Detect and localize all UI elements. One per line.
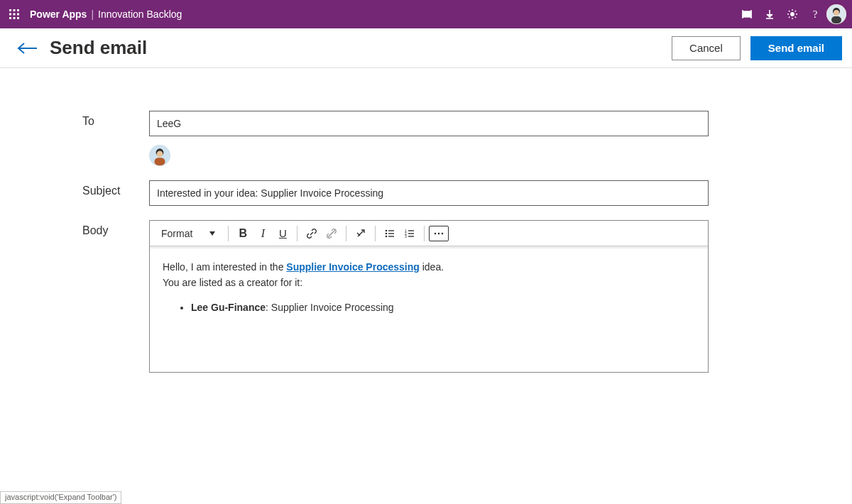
clear-format-icon[interactable] xyxy=(351,224,371,243)
svg-rect-0 xyxy=(9,9,11,11)
body-idea-link[interactable]: Supplier Invoice Processing xyxy=(286,261,420,273)
status-bar: javascript:void('Expand Toolbar') xyxy=(0,491,121,504)
user-avatar[interactable] xyxy=(826,4,846,24)
gear-icon[interactable] xyxy=(781,3,804,26)
subject-label: Subject xyxy=(0,180,149,197)
link-icon[interactable] xyxy=(302,224,322,243)
svg-point-28 xyxy=(386,232,388,234)
svg-point-40 xyxy=(438,232,440,234)
svg-rect-4 xyxy=(13,13,16,16)
svg-rect-32 xyxy=(388,236,394,236)
download-icon[interactable] xyxy=(758,3,781,26)
waffle-icon[interactable] xyxy=(6,6,23,23)
svg-rect-37 xyxy=(408,233,414,234)
numbered-list-icon[interactable]: 123 xyxy=(400,224,420,243)
cancel-button[interactable]: Cancel xyxy=(672,36,741,60)
svg-text:?: ? xyxy=(813,9,817,20)
back-arrow-icon[interactable] xyxy=(16,36,40,60)
svg-rect-2 xyxy=(17,9,19,11)
svg-point-39 xyxy=(435,232,437,234)
svg-rect-36 xyxy=(408,230,414,231)
svg-point-23 xyxy=(157,151,163,158)
svg-rect-30 xyxy=(388,230,394,231)
svg-point-29 xyxy=(386,235,388,237)
send-email-button[interactable]: Send email xyxy=(750,36,842,60)
bulleted-list-icon[interactable] xyxy=(380,224,400,243)
more-options-icon[interactable] xyxy=(429,226,449,241)
chevron-down-icon xyxy=(209,231,215,236)
svg-text:3: 3 xyxy=(405,234,407,239)
body-line1-post: idea. xyxy=(420,261,444,273)
body-bullet-rest: : Supplier Invoice Processing xyxy=(266,302,394,313)
to-label: To xyxy=(0,111,149,128)
body-label: Body xyxy=(0,220,149,237)
svg-rect-31 xyxy=(388,233,394,234)
svg-point-27 xyxy=(386,229,388,231)
brand-label[interactable]: Power Apps xyxy=(30,9,87,20)
page-title: Send email xyxy=(50,37,147,59)
svg-point-18 xyxy=(834,10,839,16)
svg-rect-3 xyxy=(9,13,11,16)
format-dropdown[interactable]: Format xyxy=(154,228,224,239)
body-bullet-creator: Lee Gu-Finance xyxy=(191,302,266,313)
svg-rect-19 xyxy=(831,16,841,23)
svg-rect-8 xyxy=(17,17,19,19)
italic-icon[interactable]: I xyxy=(253,224,273,243)
app-title[interactable]: Innovation Backlog xyxy=(98,9,182,20)
body-line2: You are listed as a creator for it: xyxy=(163,275,695,290)
fit-icon[interactable] xyxy=(736,3,758,26)
body-bullet: Lee Gu-Finance: Supplier Invoice Process… xyxy=(191,300,695,315)
brand-separator: | xyxy=(91,9,94,20)
svg-point-14 xyxy=(791,13,794,16)
subject-input[interactable] xyxy=(149,180,709,206)
page-header: Send email Cancel Send email xyxy=(0,28,852,68)
rich-text-editor: Format B I U xyxy=(149,220,709,373)
rte-toolbar: Format B I U xyxy=(150,221,708,246)
unlink-icon xyxy=(322,224,342,243)
help-icon[interactable]: ? xyxy=(804,3,826,26)
svg-rect-7 xyxy=(13,17,16,19)
body-line1-pre: Hello, I am interested in the xyxy=(163,261,286,273)
to-input[interactable] xyxy=(149,111,709,136)
svg-marker-25 xyxy=(209,231,215,236)
svg-rect-5 xyxy=(17,13,19,16)
bold-icon[interactable]: B xyxy=(233,224,253,243)
svg-rect-1 xyxy=(13,9,16,11)
underline-icon[interactable]: U xyxy=(273,224,293,243)
rte-body[interactable]: Hello, I am interested in the Supplier I… xyxy=(150,246,708,372)
global-topbar: Power Apps | Innovation Backlog ? xyxy=(0,0,852,28)
svg-point-41 xyxy=(442,232,444,234)
svg-rect-24 xyxy=(155,158,165,165)
recipient-chip-avatar[interactable] xyxy=(149,145,170,166)
svg-rect-38 xyxy=(408,236,414,236)
svg-rect-9 xyxy=(743,11,751,17)
svg-rect-6 xyxy=(9,17,11,19)
email-form: To Subject Body Format xyxy=(0,68,852,373)
format-dropdown-label: Format xyxy=(161,228,192,239)
